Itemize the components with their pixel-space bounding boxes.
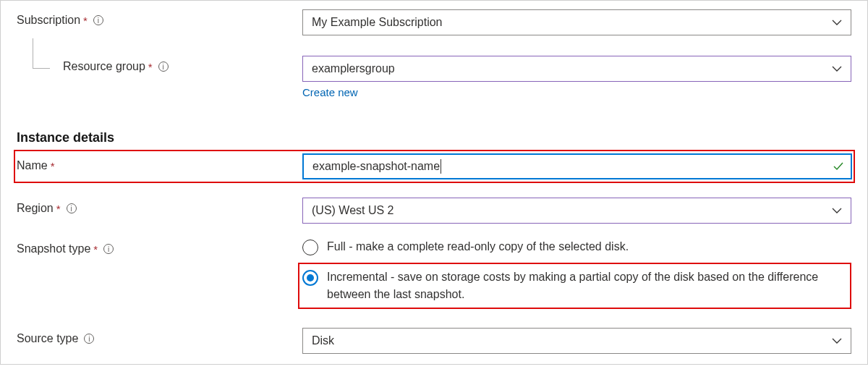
tree-connector	[33, 38, 50, 69]
check-icon	[832, 160, 845, 173]
resource-group-value: examplersgroup	[312, 62, 395, 75]
resource-group-row: Resource group * i examplersgroup Create…	[17, 56, 851, 98]
create-snapshot-form: Subscription * i My Example Subscription…	[0, 0, 868, 365]
snapshot-type-full-radio[interactable]: Full - make a complete read-only copy of…	[302, 238, 851, 255]
info-icon[interactable]: i	[67, 203, 77, 213]
snapshot-type-incremental-highlight: Incremental - save on storage costs by m…	[298, 263, 851, 309]
chevron-down-icon	[832, 208, 842, 213]
info-icon[interactable]: i	[84, 334, 94, 344]
subscription-select[interactable]: My Example Subscription	[302, 9, 851, 35]
subscription-row: Subscription * i My Example Subscription	[17, 9, 851, 35]
radio-checked-icon	[302, 270, 318, 286]
required-mark: *	[93, 243, 98, 255]
snapshot-type-row: Snapshot type * i Full - make a complete…	[17, 238, 851, 309]
required-mark: *	[83, 14, 88, 27]
instance-details-heading: Instance details	[17, 130, 851, 145]
text-caret	[441, 159, 441, 174]
region-value: (US) West US 2	[312, 204, 394, 217]
name-value: example-snapshot-name	[312, 160, 440, 173]
chevron-down-icon	[832, 338, 842, 344]
source-type-value: Disk	[312, 334, 334, 347]
create-new-link[interactable]: Create new	[302, 86, 358, 98]
info-icon[interactable]: i	[158, 62, 169, 72]
resource-group-label: Resource group	[63, 60, 145, 73]
required-mark: *	[148, 61, 153, 73]
subscription-label: Subscription	[17, 14, 80, 27]
source-type-select[interactable]: Disk	[302, 328, 851, 354]
snapshot-type-incremental-radio[interactable]: Incremental - save on storage costs by m…	[302, 268, 848, 303]
subscription-value: My Example Subscription	[312, 16, 443, 29]
region-label: Region	[17, 202, 54, 215]
snapshot-type-full-label: Full - make a complete read-only copy of…	[327, 238, 629, 255]
chevron-down-icon	[832, 66, 842, 72]
required-mark: *	[51, 160, 55, 172]
name-input[interactable]: example-snapshot-name	[302, 153, 852, 179]
chevron-down-icon	[832, 20, 842, 25]
info-icon[interactable]: i	[93, 15, 103, 25]
radio-unchecked-icon	[302, 240, 318, 255]
info-icon[interactable]: i	[103, 244, 114, 254]
name-row-highlight: Name * example-snapshot-name	[14, 150, 855, 183]
snapshot-type-incremental-label: Incremental - save on storage costs by m…	[327, 268, 848, 303]
source-type-label: Source type	[17, 332, 78, 345]
resource-group-select[interactable]: examplersgroup	[302, 56, 851, 82]
region-row: Region * i (US) West US 2	[17, 198, 851, 224]
source-type-row: Source type i Disk	[17, 328, 851, 354]
name-label: Name	[17, 159, 48, 172]
region-select[interactable]: (US) West US 2	[302, 198, 851, 224]
required-mark: *	[56, 203, 61, 215]
snapshot-type-label: Snapshot type	[17, 242, 90, 255]
